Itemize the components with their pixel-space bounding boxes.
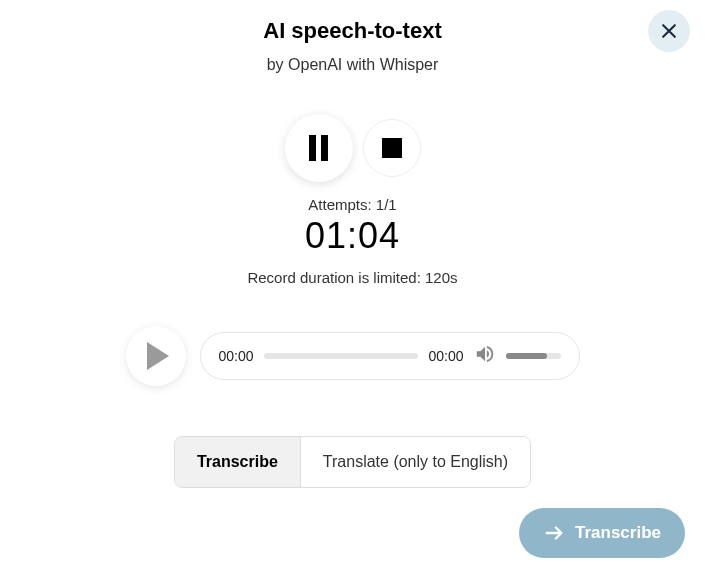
- close-button[interactable]: [648, 10, 690, 52]
- pause-icon: [309, 135, 328, 161]
- play-icon: [147, 342, 169, 370]
- audio-bar: 00:00 00:00: [200, 332, 580, 380]
- tab-transcribe[interactable]: Transcribe: [175, 437, 300, 487]
- stop-button[interactable]: [363, 119, 421, 177]
- stop-icon: [382, 138, 402, 158]
- close-icon: [659, 21, 679, 41]
- current-time: 00:00: [219, 348, 254, 364]
- volume-slider[interactable]: [506, 353, 561, 359]
- duration-limit-text: Record duration is limited: 120s: [247, 269, 457, 286]
- volume-icon[interactable]: [474, 343, 496, 369]
- tab-translate[interactable]: Translate (only to English): [300, 437, 530, 487]
- submit-label: Transcribe: [575, 523, 661, 543]
- volume-fill: [506, 353, 547, 359]
- recorder-controls: [285, 114, 421, 182]
- arrow-right-icon: [543, 522, 565, 544]
- audio-player: 00:00 00:00: [126, 326, 580, 386]
- page-title: AI speech-to-text: [263, 18, 441, 44]
- total-time: 00:00: [428, 348, 463, 364]
- pause-button[interactable]: [285, 114, 353, 182]
- transcribe-submit-button[interactable]: Transcribe: [519, 508, 685, 558]
- recording-timer: 01:04: [305, 215, 400, 257]
- mode-tabs: Transcribe Translate (only to English): [174, 436, 531, 488]
- page-subtitle: by OpenAI with Whisper: [267, 56, 439, 74]
- main-container: AI speech-to-text by OpenAI with Whisper…: [0, 0, 705, 488]
- attempts-label: Attempts: 1/1: [308, 196, 396, 213]
- progress-slider[interactable]: [264, 353, 419, 359]
- play-button[interactable]: [126, 326, 186, 386]
